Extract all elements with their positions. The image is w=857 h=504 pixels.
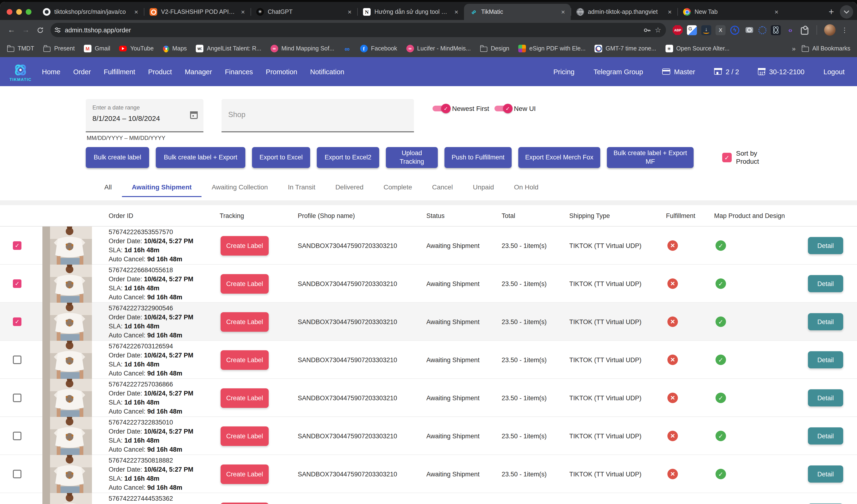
bulk-action-button[interactable]: Push to Fulfillment bbox=[444, 147, 511, 168]
browser-tab[interactable]: V2-FLASHSHIP POD API FO × bbox=[144, 4, 251, 20]
bulk-action-button[interactable]: Bulk create label + Export bbox=[156, 147, 245, 168]
bookmark-item[interactable]: Open Source Alter... bbox=[665, 45, 729, 52]
bulk-action-button[interactable]: Bulk create label bbox=[86, 147, 149, 168]
translate-extension-icon[interactable] bbox=[687, 25, 697, 35]
thunder-extension-icon[interactable] bbox=[730, 25, 740, 35]
extensions-puzzle-icon[interactable] bbox=[800, 25, 809, 35]
status-tab[interactable]: On Hold bbox=[504, 180, 549, 194]
browser-tab[interactable]: tiktokshop/src/main/java/co × bbox=[37, 4, 144, 20]
expiry-date[interactable]: 30-12-2100 bbox=[758, 68, 804, 75]
tab-search-chevron[interactable] bbox=[840, 5, 853, 19]
row-checkbox[interactable] bbox=[13, 241, 21, 250]
status-tab[interactable]: All bbox=[94, 180, 122, 194]
bookmark-item[interactable]: Design bbox=[480, 45, 509, 52]
password-key-icon[interactable] bbox=[643, 26, 651, 34]
browser-tab[interactable]: TikMatic × bbox=[464, 4, 571, 20]
product-image[interactable] bbox=[43, 341, 92, 379]
tab-close-icon[interactable]: × bbox=[666, 8, 674, 16]
zoom-window-button[interactable] bbox=[26, 9, 31, 15]
tab-close-icon[interactable]: × bbox=[239, 8, 247, 16]
downloader-extension-icon[interactable] bbox=[701, 25, 711, 35]
product-image[interactable] bbox=[43, 265, 92, 303]
bookmark-item[interactable]: Facebook bbox=[360, 45, 397, 52]
create-label-button[interactable]: Create Label bbox=[221, 274, 269, 293]
bookmark-item[interactable]: eSign PDF with Ele... bbox=[518, 45, 586, 52]
nav-item-manager[interactable]: Manager bbox=[185, 68, 212, 75]
bookmark-item[interactable]: Mind Mapping Sof... bbox=[270, 45, 334, 52]
detail-button[interactable]: Detail bbox=[808, 389, 843, 406]
detail-button[interactable]: Detail bbox=[808, 428, 843, 445]
status-tab[interactable]: Unpaid bbox=[463, 180, 504, 194]
status-tab[interactable]: Awaiting Shipment bbox=[122, 180, 202, 194]
status-tab[interactable]: Complete bbox=[373, 180, 422, 194]
bookmark-item[interactable]: YouTube bbox=[119, 45, 154, 52]
nav-item-promotion[interactable]: Promotion bbox=[266, 68, 297, 75]
bookmark-item[interactable]: Maps bbox=[163, 45, 187, 52]
create-label-button[interactable]: Create Label bbox=[221, 388, 269, 407]
shop-input[interactable] bbox=[228, 110, 395, 119]
bookmarks-overflow-icon[interactable]: » bbox=[792, 45, 795, 52]
x-extension-icon[interactable] bbox=[716, 25, 725, 35]
tab-close-icon[interactable]: × bbox=[559, 8, 567, 16]
bookmark-item[interactable]: GMT-7 time zone... bbox=[594, 45, 656, 52]
nav-item-telegram-group[interactable]: Telegram Group bbox=[593, 68, 643, 75]
nav-item-pricing[interactable]: Pricing bbox=[553, 68, 574, 75]
bookmark-item[interactable]: Present bbox=[43, 45, 74, 52]
tab-close-icon[interactable]: × bbox=[346, 8, 353, 16]
wreath-extension-icon[interactable] bbox=[758, 26, 767, 34]
chrome-menu-icon[interactable] bbox=[840, 25, 850, 35]
date-range-field[interactable]: Enter a date range bbox=[86, 99, 203, 132]
nav-item-fulfillment[interactable]: Fulfillment bbox=[104, 68, 135, 75]
bookmark-item[interactable]: AngelList Talent: R... bbox=[196, 45, 261, 52]
browser-tab[interactable]: New Tab × bbox=[677, 4, 784, 20]
nav-item-order[interactable]: Order bbox=[73, 68, 91, 75]
row-checkbox[interactable] bbox=[13, 470, 21, 478]
detail-button[interactable]: Detail bbox=[808, 275, 843, 292]
minimize-window-button[interactable] bbox=[16, 9, 22, 15]
bulk-action-button[interactable]: Bulk create label + Export MF bbox=[607, 147, 694, 168]
product-image[interactable] bbox=[43, 417, 92, 455]
adblock-extension-icon[interactable] bbox=[673, 25, 683, 35]
row-checkbox[interactable] bbox=[13, 279, 21, 288]
row-checkbox[interactable] bbox=[13, 394, 21, 402]
bookmark-item[interactable]: TMDT bbox=[7, 45, 34, 52]
nav-item-product[interactable]: Product bbox=[148, 68, 172, 75]
forward-icon[interactable]: → bbox=[19, 23, 32, 37]
create-label-button[interactable]: Create Label bbox=[221, 236, 269, 255]
code-extension-icon[interactable] bbox=[785, 25, 795, 35]
bookmark-item[interactable]: Lucifer - MindMeis... bbox=[406, 45, 471, 52]
create-label-button[interactable]: Create Label bbox=[221, 312, 269, 331]
tab-close-icon[interactable]: × bbox=[773, 8, 780, 16]
product-image[interactable] bbox=[43, 379, 92, 417]
detail-button[interactable]: Detail bbox=[808, 466, 843, 483]
browser-tab[interactable]: admin-tiktok-app.thangviet × bbox=[571, 4, 677, 20]
logout-button[interactable]: Logout bbox=[823, 68, 845, 75]
screenshot-extension-icon[interactable] bbox=[744, 25, 754, 35]
create-label-button[interactable]: Create Label bbox=[221, 464, 269, 484]
shop-field[interactable] bbox=[221, 99, 414, 132]
nav-item-finances[interactable]: Finances bbox=[225, 68, 253, 75]
shop-count[interactable]: 2 / 2 bbox=[714, 68, 739, 75]
row-checkbox[interactable] bbox=[13, 355, 21, 364]
product-image[interactable] bbox=[43, 455, 92, 493]
nav-item-home[interactable]: Home bbox=[42, 68, 60, 75]
brand-logo[interactable]: TIKMATIC bbox=[7, 62, 34, 82]
bulk-action-button[interactable]: Export to Excel2 bbox=[317, 147, 379, 168]
date-range-input[interactable] bbox=[93, 114, 184, 122]
row-checkbox[interactable] bbox=[13, 317, 21, 326]
bulk-action-button[interactable]: Upload Tracking bbox=[386, 147, 438, 168]
address-bar[interactable]: admin.ttshop.app/order ☆ bbox=[50, 23, 666, 37]
site-settings-icon[interactable] bbox=[54, 27, 61, 33]
status-tab[interactable]: In Transit bbox=[278, 180, 325, 194]
calendar-icon[interactable] bbox=[190, 111, 198, 119]
status-tab[interactable]: Delivered bbox=[325, 180, 373, 194]
new-tab-button[interactable]: + bbox=[825, 5, 838, 19]
tab-close-icon[interactable]: × bbox=[132, 8, 140, 16]
detail-button[interactable]: Detail bbox=[808, 351, 843, 368]
bulk-action-button[interactable]: Export Excel Merch Fox bbox=[518, 147, 600, 168]
reload-icon[interactable] bbox=[33, 23, 47, 37]
product-image[interactable] bbox=[43, 493, 92, 504]
sort-by-product-checkbox[interactable]: Sort by Product bbox=[722, 147, 766, 168]
nav-item-notification[interactable]: Notification bbox=[310, 68, 344, 75]
product-image[interactable] bbox=[43, 227, 92, 265]
